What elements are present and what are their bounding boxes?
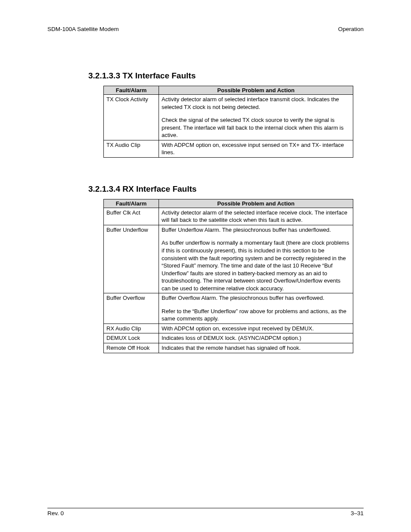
table-row: Buffer Underflow Buffer Underflow Alarm.… — [104, 225, 353, 293]
table-row: TX Audio Clip With ADPCM option on, exce… — [104, 140, 353, 157]
action-cell: Indicates that the remote handset has si… — [159, 343, 353, 353]
desc-text: Buffer Overflow Alarm. The plesiochronou… — [162, 295, 324, 301]
fault-cell: Buffer Overflow — [104, 293, 159, 324]
desc-text: Refer to the “Buffer Underflow” row abov… — [162, 308, 346, 322]
page-footer: Rev. 0 3–31 — [47, 508, 364, 516]
fault-cell: TX Audio Clip — [104, 140, 159, 157]
action-cell: Activity detector alarm of selected inte… — [159, 95, 353, 140]
fault-cell: Remote Off Hook — [104, 343, 159, 353]
footer-right: 3–31 — [351, 510, 364, 516]
rx-table: Fault/Alarm Possible Problem and Action … — [103, 199, 353, 353]
desc-text: Activity detector alarm of selected inte… — [162, 96, 339, 110]
fault-cell: DEMUX Lock — [104, 333, 159, 343]
action-cell: Buffer Overflow Alarm. The plesiochronou… — [159, 293, 353, 324]
table-row: Buffer Clk Act Activity detector alarm o… — [104, 208, 353, 225]
tx-table: Fault/Alarm Possible Problem and Action … — [103, 86, 353, 158]
page-header: SDM-100A Satellite Modem Operation — [47, 26, 364, 32]
desc-text: Buffer Underflow Alarm. The plesiochrono… — [162, 227, 331, 233]
fault-cell: Buffer Clk Act — [104, 208, 159, 225]
header-left: SDM-100A Satellite Modem — [47, 26, 119, 32]
section-title-rx: 3.2.1.3.4 RX Interface Faults — [88, 184, 364, 194]
section-title-tx: 3.2.1.3.3 TX Interface Faults — [88, 71, 364, 81]
table-row: DEMUX Lock Indicates loss of DEMUX lock.… — [104, 333, 353, 343]
table-header-row: Fault/Alarm Possible Problem and Action — [104, 86, 353, 95]
table-row: Buffer Overflow Buffer Overflow Alarm. T… — [104, 293, 353, 324]
table-row: TX Clock Activity Activity detector alar… — [104, 95, 353, 140]
action-cell: Buffer Underflow Alarm. The plesiochrono… — [159, 225, 353, 293]
desc-text: As buffer underflow is normally a moment… — [162, 240, 349, 291]
header-right: Operation — [338, 26, 364, 32]
col-action: Possible Problem and Action — [159, 86, 353, 95]
desc-text: Check the signal of the selected TX cloc… — [162, 117, 343, 138]
action-cell: Activity detector alarm of the selected … — [159, 208, 353, 225]
action-cell: Indicates loss of DEMUX lock. (ASYNC/ADP… — [159, 333, 353, 343]
table-header-row: Fault/Alarm Possible Problem and Action — [104, 199, 353, 208]
table-row: RX Audio Clip With ADPCM option on, exce… — [104, 324, 353, 333]
fault-cell: RX Audio Clip — [104, 324, 159, 333]
action-cell: With ADPCM option on, excessive input re… — [159, 324, 353, 333]
footer-left: Rev. 0 — [47, 510, 64, 516]
col-fault: Fault/Alarm — [104, 199, 159, 208]
col-fault: Fault/Alarm — [104, 86, 159, 95]
fault-cell: Buffer Underflow — [104, 225, 159, 293]
action-cell: With ADPCM option on, excessive input se… — [159, 140, 353, 157]
col-action: Possible Problem and Action — [159, 199, 353, 208]
fault-cell: TX Clock Activity — [104, 95, 159, 140]
table-row: Remote Off Hook Indicates that the remot… — [104, 343, 353, 353]
